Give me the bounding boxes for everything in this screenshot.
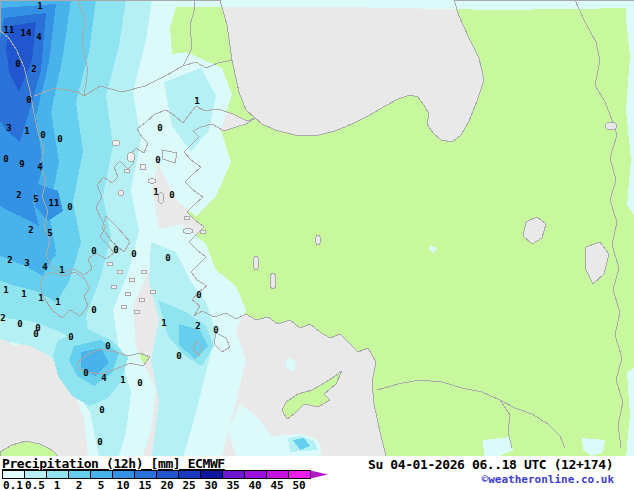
legend-cell <box>157 471 179 479</box>
legend-cell <box>201 471 223 479</box>
precip-value: 1 <box>38 293 43 303</box>
precip-value: 0 <box>40 130 45 140</box>
legend-cell <box>245 471 267 479</box>
precip-value: 0 <box>196 290 201 300</box>
legend-tick-label: 30 <box>204 479 217 490</box>
precip-value: 4 <box>36 32 42 42</box>
precip-value: 4 <box>37 162 43 172</box>
precip-value: 3 <box>24 258 29 268</box>
precip-value: 1 <box>153 187 158 197</box>
legend-cell <box>267 471 289 479</box>
legend-tick-label: 10 <box>116 479 129 490</box>
precip-value: 4 <box>42 262 48 272</box>
legend-cell <box>179 471 201 479</box>
precip-value: 0 <box>57 134 62 144</box>
precip-value: 1 <box>55 297 60 307</box>
precip-value: 1 <box>3 285 8 295</box>
legend-tick-label: 40 <box>248 479 261 490</box>
legend-arrow <box>311 471 329 479</box>
precip-value: 0 <box>176 351 181 361</box>
legend-cell <box>25 471 47 479</box>
legend-cell <box>47 471 69 479</box>
precip-scale-legend: 0.10.5125101520253035404550 <box>2 470 342 490</box>
legend-cell <box>91 471 113 479</box>
legend-tick-label: 0.1 <box>3 479 23 490</box>
precip-value: 14 <box>21 28 32 38</box>
precip-value: 2 <box>31 64 36 74</box>
precip-value: 0 <box>26 95 31 105</box>
precip-value: 0 <box>91 305 96 315</box>
legend-tick-label: 15 <box>138 479 151 490</box>
copyright-label: ©weatheronline.co.uk <box>482 473 614 486</box>
precip-value: 0 <box>105 341 110 351</box>
precip-value: 1 <box>37 1 42 11</box>
legend-cell <box>69 471 91 479</box>
precip-value: 0 <box>213 325 218 335</box>
map-footer: Precipitation (12h) [mm] ECMWF 0.10.5125… <box>0 456 634 490</box>
legend-tick-label: 5 <box>98 479 105 490</box>
precip-value: 0 <box>113 245 118 255</box>
precip-value: 0 <box>15 59 20 69</box>
precip-value: 5 <box>33 194 38 204</box>
precip-value: 0 <box>17 319 22 329</box>
precip-value: 11 <box>49 198 60 208</box>
precip-value: 2 <box>7 255 12 265</box>
precip-value: 0 <box>33 329 38 339</box>
precip-value: 1 <box>59 265 64 275</box>
precip-value: 0 <box>165 253 170 263</box>
precip-value: 0 <box>67 202 72 212</box>
precip-value: 1 <box>21 289 26 299</box>
precip-value: 3 <box>6 123 11 133</box>
precip-value: 0 <box>83 368 88 378</box>
precip-value: 1 <box>120 375 125 385</box>
legend-cell <box>3 471 25 479</box>
legend-tick-label: 25 <box>182 479 195 490</box>
weather-map-page: 1111440201310000940102511025000023411111… <box>0 0 634 490</box>
precip-value: 2 <box>28 225 33 235</box>
legend-cell <box>135 471 157 479</box>
precip-value: 0 <box>131 249 136 259</box>
precip-value: 0 <box>68 332 73 342</box>
precip-value: 0 <box>137 378 142 388</box>
precip-value: 2 <box>195 321 200 331</box>
legend-cell <box>113 471 135 479</box>
precip-value: 0 <box>97 437 102 447</box>
legend-tick-label: 2 <box>76 479 83 490</box>
precip-value: 0 <box>99 405 104 415</box>
legend-tick-label: 35 <box>226 479 239 490</box>
legend-cell <box>289 471 311 479</box>
precip-value: 2 <box>16 190 21 200</box>
precip-value: 9 <box>19 159 24 169</box>
precip-value: 1 <box>194 96 199 106</box>
map-title-label: Precipitation (12h) [mm] ECMWF <box>2 456 225 471</box>
legend-cell <box>223 471 245 479</box>
legend-tick-label: 0.5 <box>25 479 45 490</box>
precip-value: 0 <box>91 246 96 256</box>
legend-tick-label: 50 <box>292 479 305 490</box>
legend-tick-label: 20 <box>160 479 173 490</box>
valid-time-label: Su 04-01-2026 06..18 UTC (12+174) <box>368 457 634 472</box>
legend-tick-label: 1 <box>54 479 61 490</box>
legend-tick-label: 45 <box>270 479 283 490</box>
precip-value: 1 <box>24 126 29 136</box>
precip-value: 0 <box>155 155 160 165</box>
precipitation-map: 1111440201310000940102511025000023411111… <box>0 0 634 456</box>
precip-value: 4 <box>101 373 107 383</box>
precip-value: 1 <box>161 318 166 328</box>
precip-value: 5 <box>47 228 52 238</box>
precip-value: 2 <box>0 313 5 323</box>
precip-value: 0 <box>169 190 174 200</box>
precip-value: 0 <box>157 123 162 133</box>
precip-value: 0 <box>3 154 8 164</box>
precip-value: 11 <box>4 25 15 35</box>
